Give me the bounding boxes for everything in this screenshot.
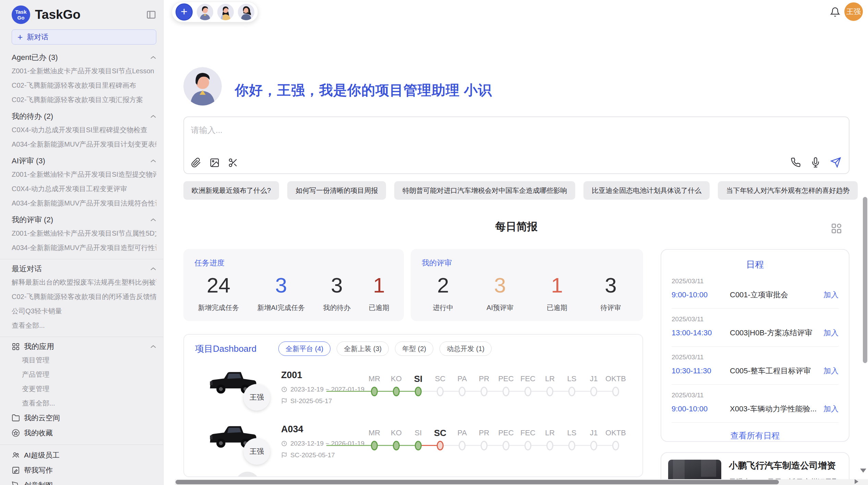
suggestion-chip[interactable]: 如何写一份清晰的项目周报: [287, 181, 386, 200]
sidebar-item-favorites[interactable]: 我的收藏: [12, 425, 156, 440]
flag-icon: [281, 398, 287, 404]
phone-icon[interactable]: [791, 157, 801, 167]
divider: [0, 337, 163, 337]
apps-grid-icon: [12, 343, 20, 351]
sidebar-item[interactable]: Z001-全新燃油皮卡产品开发项目SI节点Lesson Learn报告: [12, 64, 156, 78]
chevron-up-icon[interactable]: [150, 267, 156, 271]
chevron-up-icon[interactable]: [150, 345, 156, 348]
sidebar-item[interactable]: Z001-全新燃油轻卡产品开发项目SI造型提交物评审: [12, 167, 156, 182]
app-item-product-mgmt[interactable]: 产品管理: [12, 367, 156, 382]
app-item-change-mgmt[interactable]: 变更管理: [12, 382, 156, 396]
sidebar-item-cloud-space[interactable]: 我的云空间: [12, 410, 156, 425]
project-dates: 2023-12-19 ~ 2027-01-19: [290, 386, 364, 393]
vertical-scrollbar-thumb[interactable]: [863, 197, 867, 363]
add-agent-button[interactable]: +: [176, 3, 193, 21]
collapse-sidebar-icon[interactable]: [146, 10, 156, 20]
join-link[interactable]: 加入: [823, 290, 839, 300]
chat-input[interactable]: [191, 123, 671, 138]
sidebar-item-creative-drawing[interactable]: 创意制图: [12, 478, 156, 485]
filter-chip[interactable]: 全新上装 (3): [337, 341, 389, 356]
milestone-dot: [568, 387, 575, 396]
send-icon[interactable]: [830, 157, 841, 168]
layout-grid-icon[interactable]: [831, 223, 842, 234]
section-header-my-review[interactable]: 我的评审 (2): [12, 214, 156, 226]
milestone-dot: [393, 387, 400, 396]
project-row[interactable]: 王强 A034 2023-12-19 ~ 2026-01-19 SC-2025-…: [184, 418, 642, 476]
section-header-my-todo[interactable]: 我的待办 (2): [12, 110, 156, 123]
milestone-dot: [525, 441, 531, 450]
agent-avatar[interactable]: [197, 4, 213, 20]
sidebar-item[interactable]: C0X4-动力总成开发项目SI里程碑提交物检查: [12, 123, 156, 137]
view-all-apps-link[interactable]: 查看全部...: [12, 396, 156, 410]
new-chat-label: 新对话: [27, 32, 48, 42]
sidebar-item[interactable]: A034-全新新能源MUV产品开发项目计划变更表编写: [12, 137, 156, 151]
project-dashboard-card: 项目Dashboard 全新平台 (4) 全新上装 (3) 年型 (2) 动总开…: [183, 334, 643, 477]
microphone-icon[interactable]: [810, 157, 821, 167]
chevron-up-icon[interactable]: [150, 159, 156, 163]
horizontal-scrollbar-track[interactable]: [175, 479, 868, 485]
milestone-labels: MRKOSISCPAPRPECFECLRLSJ1OKTB: [363, 427, 627, 438]
section-header-ai-review[interactable]: AI评审 (3): [12, 155, 156, 167]
user-avatar[interactable]: 王强: [844, 2, 863, 21]
app-logo: Task Go: [12, 5, 30, 24]
sidebar-item-help-me-write[interactable]: 帮我写作: [12, 463, 156, 478]
sidebar-item-ai-super-staff[interactable]: AI超级员工: [12, 448, 156, 463]
milestone-dot: [546, 387, 553, 396]
milestone-dot: [590, 387, 597, 396]
chevron-up-icon[interactable]: [150, 218, 156, 222]
recent-chat-item[interactable]: 解释最新出台的欧盟报废车法规再生塑料比例被调至15%...: [12, 275, 156, 289]
chevron-up-icon[interactable]: [150, 115, 156, 118]
stat: 2进行中: [433, 273, 453, 312]
attachment-icon[interactable]: [191, 158, 201, 168]
sidebar-item[interactable]: Z001-全新燃油轻卡产品开发项目SI节点属性5D文件评审: [12, 226, 156, 240]
chevron-up-icon[interactable]: [150, 56, 156, 59]
join-link[interactable]: 加入: [823, 328, 839, 338]
schedule-item: 2025/03/11 9:00-10:00 X003-车辆动力学性能验... 加…: [672, 385, 839, 423]
view-all-schedule-link[interactable]: 查看所有日程: [672, 430, 839, 441]
stat: 3待评审: [601, 273, 621, 312]
stat: 3我的待办: [323, 273, 350, 312]
filter-chip[interactable]: 年型 (2): [395, 341, 433, 356]
sidebar-item[interactable]: C0X4-动力总成开发项目工程变更评审: [12, 182, 156, 196]
scroll-down-arrow[interactable]: [860, 469, 866, 473]
agent-quick-bar: +: [172, 2, 258, 22]
write-icon: [12, 466, 20, 474]
horizontal-scrollbar-thumb[interactable]: [176, 480, 779, 484]
agent-avatar[interactable]: [217, 4, 234, 20]
sidebar-item[interactable]: A034-全新新能源MUV产品开发项目造型可行性评审: [12, 240, 156, 255]
app-item-project-mgmt[interactable]: 项目管理: [12, 353, 156, 367]
schedule-title: 日程: [672, 259, 839, 271]
sidebar-item[interactable]: C02-飞腾新能源轻客改款项目立项汇报方案: [12, 92, 156, 107]
suggestion-chip[interactable]: 欧洲新规最近颁布了什么?: [183, 181, 279, 200]
join-link[interactable]: 加入: [823, 404, 839, 414]
join-link[interactable]: 加入: [823, 366, 839, 376]
stat: 3AI预评审: [486, 273, 514, 312]
scroll-right-arrow[interactable]: [855, 479, 858, 484]
suggestion-chip[interactable]: 比亚迪全固态电池计划具体说了什么: [583, 181, 710, 200]
recent-chat-item[interactable]: C02-飞腾新能源轻客改款项目的闭环通告反馈情况: [12, 289, 156, 304]
suggestion-chip[interactable]: 特朗普可能对进口汽车增税会对中国车企造成哪些影响: [394, 181, 575, 200]
section-header-recent-chats[interactable]: 最近对话: [12, 263, 156, 275]
section-header-my-apps[interactable]: 我的应用: [12, 340, 156, 353]
suggestion-chip[interactable]: 当下年轻人对汽车外观有怎样的喜好趋势: [718, 181, 858, 200]
filter-chip-active[interactable]: 全新平台 (4): [278, 341, 330, 356]
filter-chip[interactable]: 动总开发 (1): [439, 341, 492, 356]
section-header-agent-done[interactable]: Agent已办 (3): [12, 51, 156, 64]
notification-bell-icon[interactable]: [830, 7, 840, 17]
sidebar-item[interactable]: A034-全新新能源MUV产品开发项目法规符合性评审: [12, 196, 156, 210]
news-title: 小鹏飞行汽车制造公司增资: [729, 460, 842, 471]
scissors-icon[interactable]: [228, 158, 238, 168]
agent-avatar[interactable]: [238, 4, 254, 20]
briefing-title: 每日简报: [183, 220, 849, 234]
main-content: + 王强 你好，王强，我是你的项目管理助理 小识: [164, 0, 868, 485]
project-row[interactable]: 王强 Z001 2023-12-19 ~ 2027-01-19 SI-2025-…: [184, 364, 642, 422]
view-all-chats-link[interactable]: 查看全部...: [12, 318, 156, 333]
pen-icon: [12, 481, 20, 485]
image-icon[interactable]: [209, 158, 220, 168]
project-flag: SI-2025-05-17: [290, 397, 332, 405]
my-review-card: 我的评审 2进行中 3AI预评审 1已逾期 3待评审: [411, 249, 643, 321]
sidebar-item[interactable]: C02-飞腾新能源轻客改款项目里程碑画布: [12, 78, 156, 92]
recent-chat-item[interactable]: 公司Q3轻卡销量: [12, 304, 156, 318]
new-chat-button[interactable]: + 新对话: [12, 29, 156, 45]
input-tools-right: [791, 157, 841, 168]
